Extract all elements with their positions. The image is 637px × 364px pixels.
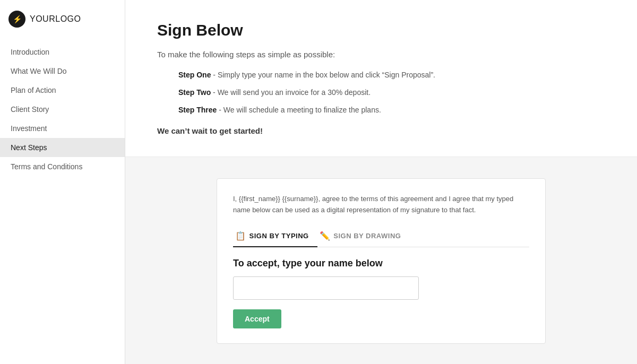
- sidebar-item-plan-of-action[interactable]: Plan of Action: [0, 81, 125, 100]
- sign-tab-drawing[interactable]: ✏️SIGN BY DRAWING: [317, 227, 410, 247]
- signature-card: I, {{first_name}} {{surname}}, agree to …: [217, 178, 546, 344]
- accept-button[interactable]: Accept: [233, 309, 281, 328]
- sidebar-item-next-steps[interactable]: Next Steps: [0, 138, 125, 157]
- bolt-icon: ⚡: [13, 15, 22, 23]
- main-content: Sign Below To make the following steps a…: [125, 0, 637, 364]
- steps-container: Step One - Simply type your name in the …: [178, 70, 605, 116]
- page-title: Sign Below: [157, 21, 605, 39]
- nav-list: IntroductionWhat We Will DoPlan of Actio…: [0, 38, 125, 364]
- logo-icon: ⚡: [8, 11, 25, 28]
- book-icon: 📋: [235, 231, 246, 241]
- sign-tab-label: SIGN BY TYPING: [249, 232, 309, 240]
- logo: ⚡ YOURLOGO: [0, 0, 125, 38]
- step-label: Step One: [178, 71, 211, 79]
- content-bottom: I, {{first_name}} {{surname}}, agree to …: [125, 157, 637, 364]
- step-label: Step Two: [178, 88, 211, 97]
- sidebar-item-terms-and-conditions[interactable]: Terms and Conditions: [0, 157, 125, 176]
- accept-label: To accept, type your name below: [233, 258, 529, 269]
- content-top: Sign Below To make the following steps a…: [125, 0, 637, 157]
- excited-text-content: We can’t wait to get started!: [157, 126, 263, 135]
- pen-icon: ✏️: [320, 231, 331, 241]
- sign-tabs: 📋SIGN BY TYPING✏️SIGN BY DRAWING: [233, 227, 529, 247]
- sidebar-item-what-we-will-do[interactable]: What We Will Do: [0, 62, 125, 81]
- sidebar: ⚡ YOURLOGO IntroductionWhat We Will DoPl…: [0, 0, 125, 364]
- sidebar-item-client-story[interactable]: Client Story: [0, 100, 125, 119]
- step-label: Step Three: [178, 106, 217, 114]
- logo-bold: YOUR: [30, 14, 55, 23]
- agreement-text: I, {{first_name}} {{surname}}, agree to …: [233, 194, 529, 216]
- step-item: Step Three - We will schedule a meeting …: [178, 105, 605, 116]
- name-input[interactable]: [233, 276, 419, 300]
- step-item: Step One - Simply type your name in the …: [178, 70, 605, 81]
- intro-text: To make the following steps as simple as…: [157, 50, 605, 59]
- step-item: Step Two - We will send you an invoice f…: [178, 87, 605, 98]
- sidebar-item-introduction[interactable]: Introduction: [0, 42, 125, 62]
- sign-tab-label: SIGN BY DRAWING: [333, 232, 401, 240]
- logo-light: LOGO: [55, 14, 81, 23]
- sidebar-item-investment[interactable]: Investment: [0, 119, 125, 138]
- excited-text: We can’t wait to get started!: [157, 126, 605, 135]
- sign-tab-typing[interactable]: 📋SIGN BY TYPING: [233, 227, 317, 247]
- logo-text: YOURLOGO: [30, 14, 81, 24]
